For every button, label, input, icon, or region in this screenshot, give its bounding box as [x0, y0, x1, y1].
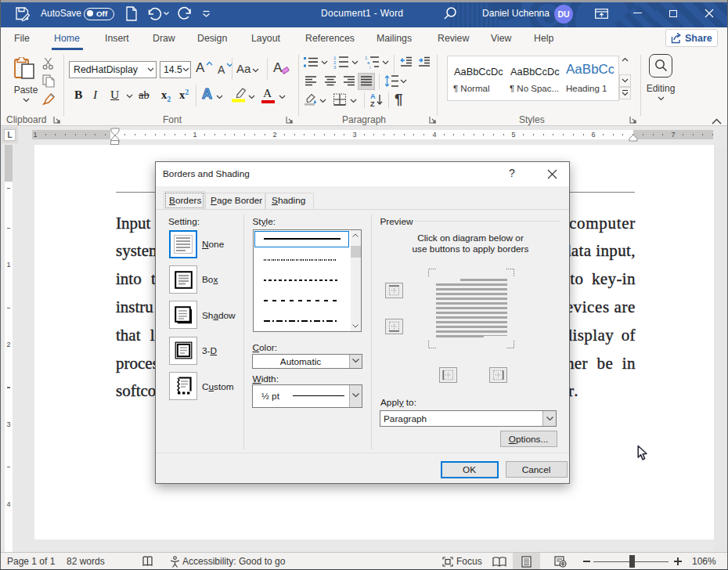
svg-text:i: i: [369, 65, 370, 70]
svg-text:3: 3: [333, 65, 337, 70]
svg-text:Z: Z: [370, 100, 375, 107]
svg-text:A: A: [370, 92, 376, 100]
